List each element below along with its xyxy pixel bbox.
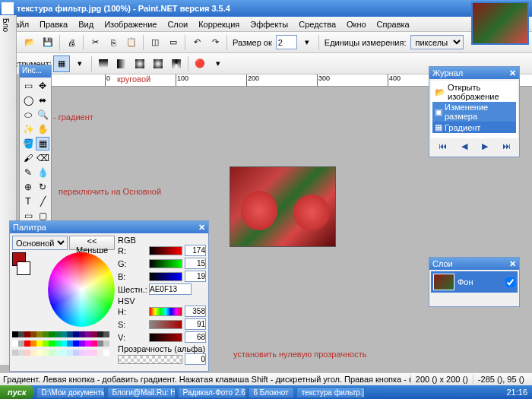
gradient-tool-icon[interactable]: ▦ [36,137,49,150]
gradient-diamond-icon[interactable] [131,55,148,72]
left-tab[interactable]: Бло [0,15,11,35]
pan-icon[interactable]: ✋ [36,122,49,136]
menu-correction[interactable]: Коррекция [193,18,245,30]
text-icon[interactable]: T [21,195,35,208]
eraser-icon[interactable]: ⌫ [36,151,49,165]
palette-close-icon[interactable]: ✕ [198,223,205,233]
deselect-icon[interactable]: ▭ [165,34,182,51]
size-input[interactable] [276,35,297,49]
journal-close-icon[interactable]: ✕ [509,68,516,78]
pencil-icon[interactable]: ✎ [21,166,35,179]
copy-icon[interactable]: ⎘ [105,34,122,51]
lasso-icon[interactable]: ◯ [21,93,35,107]
line-icon[interactable]: ╱ [36,195,49,208]
paste-icon[interactable]: 📋 [123,34,140,51]
taskbar-item[interactable]: D:\Мои документы\... [36,387,105,398]
menu-edit[interactable]: Правка [34,18,73,30]
menu-effects[interactable]: Эффекты [245,18,293,30]
nav-first-icon[interactable]: ⏮ [439,141,447,151]
gradient-linear2-icon[interactable] [113,55,130,72]
layer-visible-checkbox[interactable] [505,277,515,287]
tool-dropdown-icon[interactable]: ▾ [71,55,88,72]
menu-help[interactable]: Справка [372,18,415,30]
s-input[interactable] [185,318,206,330]
cut-icon[interactable]: ✂ [87,34,103,51]
brush-icon[interactable]: 🖌 [21,151,35,165]
taskbar-item[interactable]: 6 Блокнот [249,387,294,398]
gradient-radial-icon[interactable] [150,55,166,72]
select-rect-icon[interactable]: ▭ [21,79,35,93]
layers-close-icon[interactable]: ✕ [509,259,516,269]
journal-item[interactable]: 📂Открыть изображение [432,82,516,102]
swatch-row[interactable] [12,331,115,337]
move-icon[interactable]: ✥ [36,79,49,93]
color-mode-select[interactable]: Основной [12,236,68,250]
zoom-icon[interactable]: 🔍 [36,108,49,122]
b-slider[interactable] [149,272,182,281]
start-button[interactable]: пуск [0,385,34,399]
g-input[interactable] [185,258,206,269]
clone-icon[interactable]: ⊕ [21,180,35,194]
menu-layers[interactable]: Слои [162,18,193,30]
alpha-slider[interactable] [118,355,182,364]
less-button[interactable]: << Меньше [69,236,115,250]
recolor-icon[interactable]: ↻ [36,180,49,194]
b-input[interactable] [185,271,206,282]
status-dims: 200 () x 200 () [410,375,473,384]
canvas-image[interactable] [230,166,336,247]
menu-image[interactable]: Изображение [99,18,162,30]
color-wheel[interactable] [48,252,115,327]
wand-icon[interactable]: ✨ [21,122,35,136]
hex-input[interactable] [149,283,192,295]
swatch-row[interactable] [12,350,115,356]
nav-next-icon[interactable]: ▶ [482,141,488,151]
annotation-switch: переключить на Основной [59,187,161,196]
r-input[interactable] [185,245,206,256]
g-slider[interactable] [149,259,182,268]
move-sel-icon[interactable]: ⬌ [36,93,49,107]
crop-icon[interactable]: ◫ [147,34,163,51]
swatch-row[interactable] [12,340,115,347]
ellipse-sel-icon[interactable]: ⬭ [21,108,35,122]
open-icon[interactable]: 📂 [21,34,38,51]
menu-window[interactable]: Окно [341,18,372,30]
preview-thumbnail[interactable] [471,2,529,45]
save-icon[interactable]: 💾 [40,34,56,51]
print-icon[interactable]: 🖨 [63,34,80,51]
color-mode-icon[interactable]: 🔴 [192,55,208,72]
system-tray[interactable]: 21:16 [502,388,532,397]
nav-last-icon[interactable]: ⏭ [502,141,511,151]
bucket-icon[interactable]: 🪣 [21,137,35,150]
v-slider[interactable] [149,333,182,342]
eyedrop-icon[interactable]: 💧 [36,166,49,179]
h-label: H: [118,307,147,316]
undo-icon[interactable]: ↶ [188,34,205,51]
layer-item[interactable]: Фон [431,271,518,293]
r-slider[interactable] [149,246,182,255]
h-input[interactable] [185,306,206,317]
taskbar-item[interactable]: Радикал-Фото 2.6 ... [178,387,246,398]
hsv-label: HSV [118,296,206,306]
secondary-swatch[interactable] [17,261,30,275]
s-slider[interactable] [149,320,182,329]
redo-icon[interactable]: ↷ [207,34,223,51]
menu-view[interactable]: Вид [73,18,99,30]
size-dropdown-icon[interactable]: ▾ [299,34,315,51]
taskbar-item[interactable]: Блоги@Mail.Ru: Но... [107,387,176,398]
journal-item[interactable]: ▦Градиент [432,122,516,133]
mode-dropdown-icon[interactable]: ▾ [210,55,226,72]
layers-panel: Слои✕ Фон [429,257,520,307]
gradient-conical-icon[interactable] [168,55,185,72]
journal-item[interactable]: ▣Изменение размера [432,102,516,122]
taskbar-item[interactable]: текстура фильтр.j... [296,387,365,398]
current-tool-icon[interactable]: ▦ [53,55,70,72]
g-label: G: [118,259,147,268]
alpha-input[interactable] [185,353,206,365]
nav-prev-icon[interactable]: ◀ [461,141,467,151]
tools-title: Инс... [20,65,51,78]
v-input[interactable] [185,331,206,343]
h-slider[interactable] [149,307,182,316]
units-select[interactable]: пикселы [410,35,464,49]
menu-service[interactable]: Средства [293,18,341,30]
gradient-linear-icon[interactable] [95,55,112,72]
